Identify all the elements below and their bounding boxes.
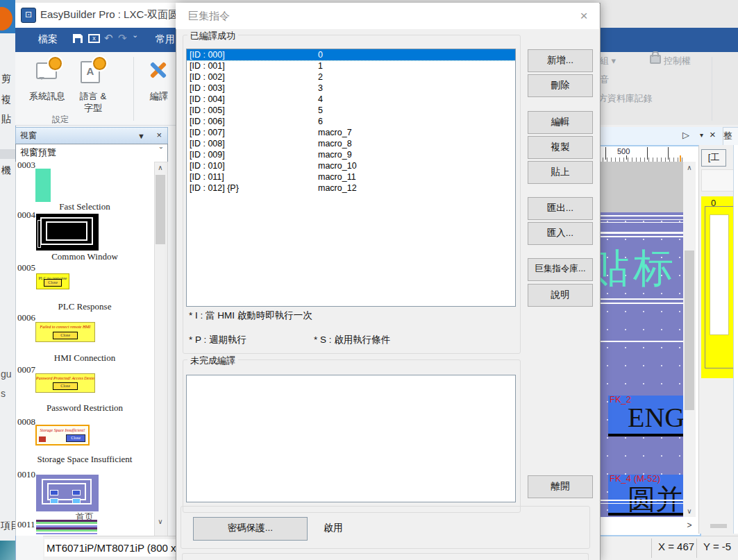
panel-close-icon[interactable]: × xyxy=(710,128,716,140)
side-pane-tab[interactable]: [工 xyxy=(701,149,726,167)
macro-library-button[interactable]: 巨集指令庫... xyxy=(528,258,593,281)
macro-row[interactable]: [ID : 011] macro_11 xyxy=(187,171,515,183)
side-yellow-object[interactable]: 0 xyxy=(701,196,733,378)
compiled-group-label: 已編譯成功 xyxy=(187,30,238,42)
undo-icon[interactable]: ↶ xyxy=(104,32,113,44)
window-item-0003[interactable]: 0003 Fast Selection xyxy=(15,160,154,211)
quick-access-more-icon[interactable]: ⌄ xyxy=(132,31,138,40)
panel-close-icon[interactable]: × xyxy=(156,128,162,143)
screen-root: { "colors": { "ribbon_blue": "#2b5b9f", … xyxy=(0,0,738,560)
save-icon[interactable] xyxy=(73,34,83,43)
note-periodic: * P : 週期執行 xyxy=(189,334,246,346)
window-number: 0006 xyxy=(17,312,35,323)
macro-row[interactable]: [ID : 010] macro_10 xyxy=(187,160,515,171)
help-button[interactable]: 說明 xyxy=(528,284,593,307)
tab-home[interactable]: 常用 xyxy=(156,33,175,46)
macro-name: 2 xyxy=(318,71,323,83)
macro-row[interactable]: [ID : 002] 2 xyxy=(187,71,515,83)
design-canvas[interactable]: 贴标 FK_2 ENGL FK_4 (M-52) 圆并 xyxy=(598,162,683,517)
scroll-right-icon[interactable]: > xyxy=(683,519,696,532)
paste-button[interactable]: 貼上 xyxy=(528,161,593,184)
side-hscroll-thumb[interactable] xyxy=(710,524,727,528)
macro-row[interactable]: [ID : 000] 0 xyxy=(187,49,515,60)
password-protect-button[interactable]: 密碼保護... xyxy=(193,517,308,541)
export-button[interactable]: 匯出... xyxy=(528,197,593,220)
scroll-down-icon[interactable]: ∨ xyxy=(155,518,166,525)
expand-icon[interactable]: ▷ xyxy=(682,130,689,140)
macro-id: [ID : 005] xyxy=(190,105,225,116)
ribbon-fragment-group: 組 ▾ xyxy=(600,55,616,67)
scroll-down-icon[interactable]: ∨ xyxy=(683,507,696,515)
macro-row[interactable]: [ID : 009] macro_9 xyxy=(187,149,515,160)
status-y-coordinate: Y = -5 xyxy=(703,541,731,552)
thumb-red-box xyxy=(39,436,46,442)
window-thumbnail[interactable] xyxy=(36,520,97,534)
macro-row[interactable]: [ID : 003] 3 xyxy=(187,83,515,94)
window-thumbnail[interactable]: Storage Space Insufficient! Close xyxy=(35,425,90,446)
macro-list[interactable]: [ID : 000] 0 [ID : 001] 1 [ID : 002] 2 [… xyxy=(186,49,516,307)
macro-name: macro_7 xyxy=(318,127,352,138)
status-divider xyxy=(651,538,652,558)
macro-id: [ID : 007] xyxy=(190,127,225,138)
window-item-0007[interactable]: 0007 Password Protected! Access Denied! … xyxy=(15,364,154,416)
fragment-toolbar-band xyxy=(0,149,15,159)
window-thumbnail[interactable]: Failed to connect remote HMI Close xyxy=(35,322,95,342)
fragment-gu-label: gu xyxy=(1,368,12,380)
panel-dropdown-icon[interactable]: ▼ xyxy=(137,128,145,144)
canvas-text-object[interactable]: 贴标 xyxy=(598,241,678,296)
macro-name: macro_9 xyxy=(318,149,352,160)
tab-file[interactable]: 檔案 xyxy=(38,33,58,46)
gear-icon xyxy=(93,57,106,70)
note-initial: * I : 當 HMI 啟動時即執行一次 xyxy=(189,309,312,322)
macro-name: 1 xyxy=(318,60,323,71)
canvas-surface[interactable]: 贴标 FK_2 ENGL FK_4 (M-52) 圆并 xyxy=(598,212,683,517)
macro-row[interactable]: [ID : 001] 1 xyxy=(187,60,515,71)
window-item-0005[interactable]: 0005 PLC no response Close PLC Response xyxy=(15,262,154,314)
window-panel-scrollbar[interactable]: ∧ ∨ xyxy=(154,162,168,537)
function-key-fk4[interactable]: FK_4 (M-52) 圆并 xyxy=(608,475,683,516)
macro-row[interactable]: [ID : 005] 5 xyxy=(187,105,515,116)
exit-button[interactable]: 離開 xyxy=(528,475,593,498)
window-number: 0004 xyxy=(17,210,35,221)
macro-row[interactable]: [ID : 006] 6 xyxy=(187,116,515,127)
uncompiled-group-label: 未完成編譯 xyxy=(187,355,238,367)
scroll-up-icon[interactable]: ∧ xyxy=(155,164,166,171)
copy-button[interactable]: 複製 xyxy=(528,136,593,159)
window-thumbnail[interactable] xyxy=(36,475,99,511)
import-button[interactable]: 匯入... xyxy=(528,222,593,245)
dialog-close-icon[interactable]: × xyxy=(575,7,593,25)
function-key-fk2[interactable]: FK_2 ENGL xyxy=(608,396,683,436)
window-item-0010[interactable]: 0010 首页 xyxy=(15,469,154,520)
canvas-vertical-scrollbar[interactable]: ∧ ∨ xyxy=(683,162,696,517)
macro-row[interactable]: [ID : 007] macro_7 xyxy=(187,127,515,138)
panel-more-icon[interactable]: ▾ xyxy=(700,131,703,139)
window-thumbnail[interactable] xyxy=(36,214,99,251)
edit-button[interactable]: 編輯 xyxy=(528,111,593,134)
delete-button[interactable]: 刪除 xyxy=(528,74,593,97)
ribbon-item-label: 語言 & xyxy=(75,90,111,103)
scroll-up-icon[interactable]: ∧ xyxy=(683,164,696,171)
window-thumbnail[interactable] xyxy=(35,169,51,202)
window-panel-header[interactable]: 視窗 ▼ × xyxy=(15,127,168,144)
new-button[interactable]: 新增... xyxy=(528,49,593,72)
app-icon: ⊡ xyxy=(21,8,36,23)
dialog-title-bar[interactable] xyxy=(176,3,599,29)
scrollbar-thumb[interactable] xyxy=(685,251,694,410)
uncompiled-list[interactable] xyxy=(186,375,516,502)
window-item-0004[interactable]: 0004 Common Window xyxy=(15,210,154,261)
window-item-0011[interactable]: 0011 xyxy=(15,519,154,536)
macro-row[interactable]: [ID : 008] macro_8 xyxy=(187,138,515,149)
scrollbar-thumb[interactable] xyxy=(156,175,165,244)
thumb-close-button: Close xyxy=(53,332,78,339)
macro-name: macro_8 xyxy=(318,138,352,149)
window-item-0008[interactable]: 0008 Storage Space Insufficient! Close S… xyxy=(15,416,154,468)
simulate-icon[interactable]: x xyxy=(88,34,100,43)
window-thumbnail[interactable]: Password Protected! Access Denied! Close xyxy=(35,373,95,393)
thumb-text: Failed to connect remote HMI xyxy=(36,325,94,329)
macro-row[interactable]: [ID : 012] {P} macro_12 xyxy=(187,183,515,194)
window-item-0006[interactable]: 0006 Failed to connect remote HMI Close … xyxy=(15,312,154,364)
macro-row[interactable]: [ID : 004] 4 xyxy=(187,94,515,105)
window-thumbnail[interactable]: PLC no response Close xyxy=(36,273,69,289)
redo-icon[interactable]: ↷ xyxy=(118,32,127,44)
combo-value: 視窗預覽 xyxy=(20,144,56,161)
